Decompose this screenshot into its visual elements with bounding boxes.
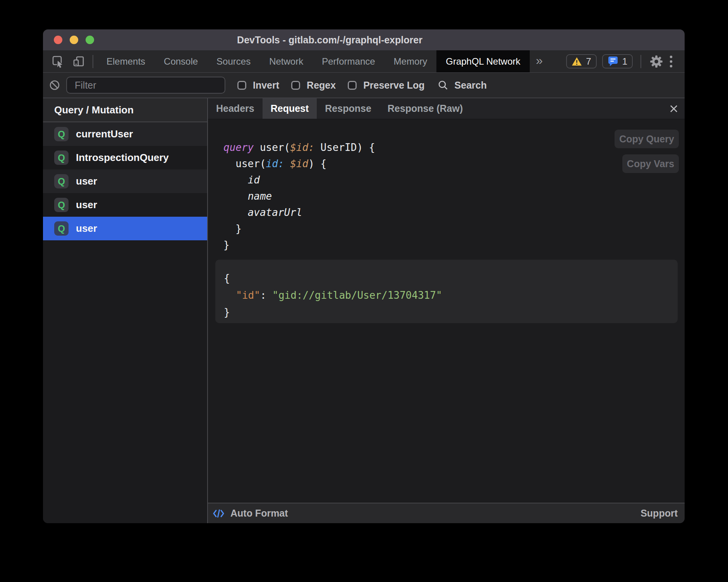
code-token: user( [254, 142, 290, 153]
kebab-menu-icon[interactable] [669, 55, 673, 68]
tab-memory[interactable]: Memory [385, 50, 437, 72]
message-count: 1 [622, 56, 627, 67]
query-name: currentUser [76, 128, 133, 140]
detail-footer: Auto Format Support [208, 503, 685, 523]
regex-checkbox[interactable] [291, 81, 300, 90]
code-token: ) { [308, 158, 326, 169]
code-line: user(id: $id) { [223, 156, 375, 172]
invert-label: Invert [253, 80, 279, 91]
toolbar-divider [93, 55, 93, 68]
invert-checkbox[interactable] [237, 81, 246, 90]
query-name: user [76, 199, 97, 211]
settings-gear-icon[interactable] [649, 54, 664, 69]
message-icon [608, 56, 618, 67]
main-body: Query / Mutation Q currentUser Q Introsp… [43, 98, 685, 523]
code-token: "id" [236, 289, 260, 301]
title-bar: DevTools - gitlab.com/-/graphql-explorer [43, 29, 685, 50]
code-line: { [224, 270, 678, 287]
query-type-badge: Q [54, 174, 69, 188]
code-token: } [223, 239, 230, 251]
query-type-badge: Q [54, 198, 69, 212]
auto-format-label: Auto Format [230, 508, 288, 519]
window-title: DevTools - gitlab.com/-/graphql-explorer [237, 34, 422, 46]
code-token: $id [290, 158, 308, 169]
tab-response[interactable]: Response [317, 98, 379, 119]
filter-bar: Invert Regex Preserve Log Search [43, 73, 685, 98]
search-icon [438, 80, 448, 91]
toolbar-right-group: 7 1 [566, 50, 673, 72]
code-token [224, 289, 236, 301]
query-list-item[interactable]: Q user [43, 193, 207, 217]
request-content: query user($id: UserID) { user(id: $id) … [208, 119, 685, 503]
more-tabs-chevron-icon[interactable]: » [536, 50, 543, 72]
tab-response-raw[interactable]: Response (Raw) [379, 98, 471, 119]
query-type-badge: Q [54, 151, 69, 165]
devtools-window: DevTools - gitlab.com/-/graphql-explorer [43, 29, 685, 523]
tab-elements[interactable]: Elements [97, 50, 155, 72]
query-list-item-selected[interactable]: Q user [43, 217, 207, 240]
code-line: } [223, 237, 375, 253]
toolbar-right-divider [640, 55, 641, 68]
tab-request[interactable]: Request [263, 98, 317, 119]
query-list-panel: Query / Mutation Q currentUser Q Introsp… [43, 98, 207, 523]
invert-checkbox-group: Invert [237, 80, 279, 91]
detail-pane: Headers Request Response Response (Raw) … [208, 98, 685, 523]
graphql-query-code: query user($id: UserID) { user(id: $id) … [223, 139, 375, 253]
close-detail-button[interactable] [669, 98, 678, 119]
close-window-button[interactable] [54, 36, 62, 44]
regex-checkbox-group: Regex [291, 80, 336, 91]
code-token [223, 174, 248, 186]
copy-query-button[interactable]: Copy Query [615, 130, 679, 148]
query-type-badge: Q [54, 221, 69, 236]
tab-headers[interactable]: Headers [208, 98, 263, 119]
query-list-item[interactable]: Q IntrospectionQuery [43, 146, 207, 169]
code-token: name [248, 190, 272, 202]
code-token: query [223, 142, 254, 153]
support-link[interactable]: Support [640, 508, 678, 519]
code-token: UserID) { [314, 142, 375, 153]
search-label: Search [455, 80, 487, 91]
query-list-header: Query / Mutation [43, 98, 207, 122]
toolbar-icon-group [52, 50, 86, 72]
code-token: "gid://gitlab/User/13704317" [272, 289, 442, 301]
query-list-item[interactable]: Q user [43, 169, 207, 193]
preserve-log-checkbox-group: Preserve Log [348, 80, 424, 91]
issues-badge[interactable]: 1 [602, 54, 633, 68]
warning-count: 7 [586, 56, 591, 67]
code-token [223, 207, 248, 218]
tab-performance[interactable]: Performance [312, 50, 384, 72]
device-toolbar-icon[interactable] [72, 55, 86, 68]
filter-input[interactable] [66, 77, 225, 94]
auto-format-button[interactable]: Auto Format [213, 508, 288, 519]
preserve-log-label: Preserve Log [363, 80, 424, 91]
warning-icon [572, 57, 582, 66]
preserve-log-checkbox[interactable] [348, 81, 357, 90]
code-token: user( [223, 158, 266, 169]
code-token: avatarUrl [248, 207, 302, 218]
traffic-lights [54, 29, 94, 50]
tab-console[interactable]: Console [155, 50, 207, 72]
code-line: "id": "gid://gitlab/User/13704317" [224, 287, 678, 304]
code-token: } [223, 223, 242, 235]
copy-buttons: Copy Query Copy Vars [615, 130, 679, 173]
code-token [223, 190, 248, 202]
code-brackets-icon [213, 508, 225, 519]
warnings-badge[interactable]: 7 [566, 54, 596, 68]
copy-vars-button[interactable]: Copy Vars [622, 154, 679, 173]
minimize-window-button[interactable] [70, 36, 78, 44]
clear-block-icon[interactable] [49, 80, 60, 91]
zoom-window-button[interactable] [86, 36, 94, 44]
regex-label: Regex [307, 80, 336, 91]
code-token: } [224, 306, 230, 318]
query-list-item[interactable]: Q currentUser [43, 122, 207, 146]
tab-network[interactable]: Network [260, 50, 312, 72]
tab-graphql-network[interactable]: GraphQL Network [436, 50, 530, 72]
inspect-element-icon[interactable] [52, 55, 65, 68]
tab-sources[interactable]: Sources [207, 50, 260, 72]
search-button[interactable]: Search [438, 80, 487, 91]
query-name: user [76, 175, 97, 187]
query-name: IntrospectionQuery [76, 152, 169, 164]
code-token: : [260, 289, 272, 301]
query-name: user [76, 223, 97, 235]
code-line: avatarUrl [223, 204, 375, 221]
